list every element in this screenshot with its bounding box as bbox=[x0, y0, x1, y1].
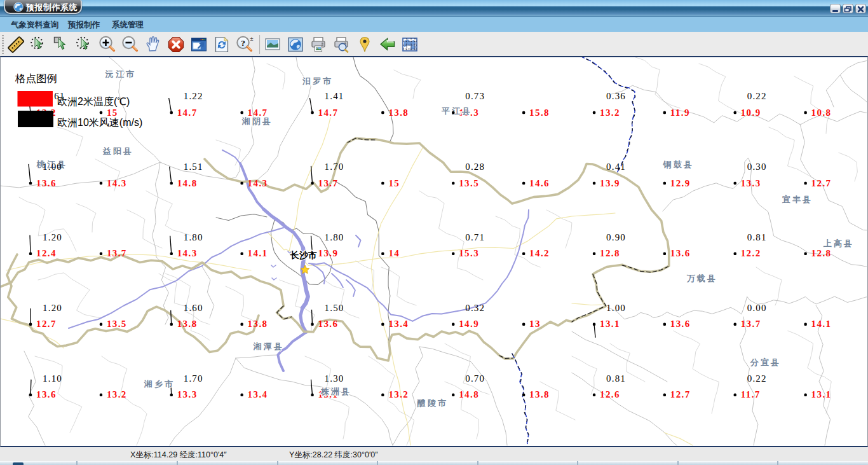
svg-text:13.8: 13.8 bbox=[388, 108, 409, 118]
svg-text:15: 15 bbox=[388, 178, 400, 188]
svg-text:12.4: 12.4 bbox=[36, 248, 57, 258]
svg-text:13.6: 13.6 bbox=[36, 178, 57, 188]
svg-text:0.22: 0.22 bbox=[747, 373, 767, 384]
svg-text:12.8: 12.8 bbox=[811, 248, 832, 258]
svg-text:0.73: 0.73 bbox=[465, 91, 485, 101]
svg-text:1.80: 1.80 bbox=[325, 232, 344, 242]
svg-text:14.1: 14.1 bbox=[248, 248, 268, 258]
svg-text:1.80: 1.80 bbox=[184, 232, 203, 242]
svg-text:1.70: 1.70 bbox=[184, 373, 203, 384]
svg-text:1.10: 1.10 bbox=[43, 373, 62, 384]
svg-text:12.8: 12.8 bbox=[600, 248, 620, 258]
svg-text:0.32: 0.32 bbox=[465, 303, 485, 313]
svg-text:13.3: 13.3 bbox=[741, 178, 761, 188]
svg-text:沅江市: 沅江市 bbox=[105, 69, 137, 79]
svg-text:宜丰县: 宜丰县 bbox=[782, 195, 813, 204]
svg-text:13.2: 13.2 bbox=[388, 389, 409, 399]
svg-text:15.8: 15.8 bbox=[529, 108, 550, 118]
svg-text:14: 14 bbox=[388, 248, 400, 258]
svg-text:0.41: 0.41 bbox=[606, 162, 626, 172]
svg-text:1.60: 1.60 bbox=[184, 303, 203, 313]
svg-text:0.81: 0.81 bbox=[606, 373, 626, 384]
svg-text:13.7: 13.7 bbox=[741, 319, 761, 329]
svg-text:株洲县: 株洲县 bbox=[320, 387, 352, 396]
svg-text:13.5: 13.5 bbox=[107, 319, 127, 329]
svg-text:1.70: 1.70 bbox=[325, 162, 344, 172]
svg-text:0.70: 0.70 bbox=[465, 373, 485, 384]
svg-text:1.51: 1.51 bbox=[184, 162, 203, 172]
svg-text:0.81: 0.81 bbox=[747, 232, 767, 242]
svg-text:12.7: 12.7 bbox=[811, 178, 832, 188]
svg-text:湘阴县: 湘阴县 bbox=[241, 116, 273, 126]
svg-text:0.28: 0.28 bbox=[465, 162, 485, 172]
svg-text:1.41: 1.41 bbox=[325, 91, 344, 101]
svg-text:12.2: 12.2 bbox=[741, 248, 761, 258]
svg-text:0.00: 0.00 bbox=[747, 303, 767, 313]
svg-text:1.22: 1.22 bbox=[184, 91, 203, 101]
svg-text:0.71: 0.71 bbox=[465, 232, 485, 242]
svg-text:13.7: 13.7 bbox=[107, 248, 127, 258]
svg-text:1.30: 1.30 bbox=[325, 373, 344, 384]
svg-text:13.2: 13.2 bbox=[600, 108, 620, 118]
svg-text:1.00: 1.00 bbox=[43, 162, 62, 172]
svg-text:14.9: 14.9 bbox=[459, 319, 479, 329]
svg-text:13.1: 13.1 bbox=[600, 319, 620, 329]
svg-text:13.2: 13.2 bbox=[107, 389, 127, 399]
svg-text:13.6: 13.6 bbox=[318, 319, 339, 329]
svg-text:13.9: 13.9 bbox=[600, 178, 620, 188]
svg-text:14.7: 14.7 bbox=[177, 108, 198, 118]
svg-text:欧洲2米温度(℃): 欧洲2米温度(℃) bbox=[57, 96, 130, 107]
svg-text:14.6: 14.6 bbox=[529, 178, 550, 188]
svg-text:湘乡市: 湘乡市 bbox=[144, 379, 175, 389]
svg-text:13.4: 13.4 bbox=[388, 319, 409, 329]
svg-text:14.2: 14.2 bbox=[529, 248, 550, 258]
svg-text:铜鼓县: 铜鼓县 bbox=[663, 160, 695, 169]
svg-text:湘潭县: 湘潭县 bbox=[253, 342, 285, 351]
svg-text:长沙市: 长沙市 bbox=[290, 250, 318, 260]
svg-text:0.30: 0.30 bbox=[747, 162, 767, 172]
svg-text:汨罗市: 汨罗市 bbox=[302, 76, 334, 86]
svg-text:12.7: 12.7 bbox=[36, 319, 57, 329]
svg-text:10.8: 10.8 bbox=[811, 108, 832, 118]
svg-text:1.20: 1.20 bbox=[43, 232, 62, 242]
svg-text:14.8: 14.8 bbox=[177, 178, 198, 188]
svg-text:13.3: 13.3 bbox=[177, 389, 198, 399]
svg-text:1.20: 1.20 bbox=[43, 303, 62, 313]
svg-text:14.1: 14.1 bbox=[811, 319, 832, 329]
svg-text:14.3: 14.3 bbox=[248, 178, 268, 188]
svg-text:13.7: 13.7 bbox=[318, 178, 339, 188]
svg-text:12.7: 12.7 bbox=[670, 389, 691, 399]
svg-text:益阳县: 益阳县 bbox=[102, 146, 134, 156]
svg-text:0.90: 0.90 bbox=[606, 232, 626, 242]
svg-text:13.6: 13.6 bbox=[670, 248, 691, 258]
svg-text:12.6: 12.6 bbox=[600, 389, 620, 399]
svg-text:1.50: 1.50 bbox=[325, 303, 344, 313]
svg-text:分宜县: 分宜县 bbox=[750, 357, 782, 367]
svg-text:醴陵市: 醴陵市 bbox=[417, 398, 449, 408]
svg-text:14.8: 14.8 bbox=[459, 389, 479, 399]
svg-text:1.00: 1.00 bbox=[606, 303, 626, 313]
svg-text:平江县: 平江县 bbox=[442, 106, 473, 116]
svg-text:15.3: 15.3 bbox=[459, 248, 479, 258]
svg-text:欧洲10米风速(m/s): 欧洲10米风速(m/s) bbox=[57, 117, 142, 128]
svg-text:13.4: 13.4 bbox=[248, 389, 268, 399]
svg-text:13: 13 bbox=[529, 319, 541, 329]
svg-text:15: 15 bbox=[107, 108, 118, 118]
svg-text:0.36: 0.36 bbox=[606, 91, 626, 101]
svg-text:13.8: 13.8 bbox=[177, 319, 198, 329]
svg-text:13.8: 13.8 bbox=[529, 389, 550, 399]
svg-text:13.9: 13.9 bbox=[318, 248, 339, 258]
svg-text:12.9: 12.9 bbox=[670, 178, 691, 188]
svg-text:11.9: 11.9 bbox=[670, 108, 690, 118]
svg-text:14.3: 14.3 bbox=[107, 178, 127, 188]
svg-text:13.5: 13.5 bbox=[459, 178, 479, 188]
svg-text:13.1: 13.1 bbox=[811, 389, 832, 399]
svg-text:13.8: 13.8 bbox=[248, 319, 268, 329]
svg-text:13.6: 13.6 bbox=[36, 389, 57, 399]
svg-text:格点图例: 格点图例 bbox=[15, 73, 57, 84]
svg-text:10.9: 10.9 bbox=[741, 108, 761, 118]
svg-text:14.7: 14.7 bbox=[318, 108, 339, 118]
svg-text:上高县: 上高县 bbox=[824, 239, 855, 248]
svg-text:14.3: 14.3 bbox=[177, 248, 198, 258]
svg-text:万载县: 万载县 bbox=[686, 274, 718, 283]
